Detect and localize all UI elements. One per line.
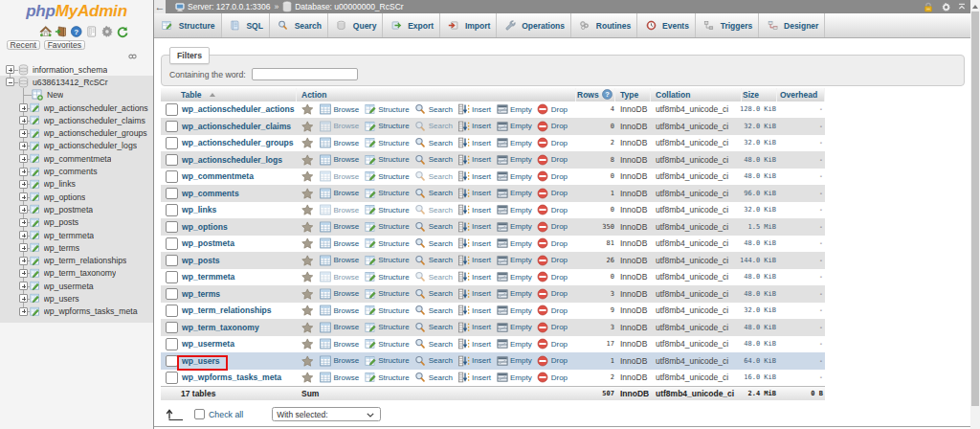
tree-label[interactable]: wp_posts <box>44 217 79 227</box>
tab-routines[interactable]: Routines <box>571 13 637 37</box>
drop-action-link[interactable]: Drop <box>537 154 568 166</box>
table-name-link[interactable]: wp_term_taxonomy <box>182 323 259 332</box>
expand-icon[interactable] <box>19 116 28 124</box>
empty-action-link[interactable]: Empty <box>497 204 532 215</box>
tree-item-wp_links[interactable]: wp_links <box>0 178 153 191</box>
tree-item-database[interactable]: u638613412_RcSCr <box>0 76 153 88</box>
structure-action-link[interactable]: Structure <box>365 221 410 233</box>
browse-action-link[interactable]: Browse <box>320 170 359 182</box>
star-icon[interactable] <box>301 170 314 182</box>
star-icon[interactable] <box>301 188 314 199</box>
star-icon[interactable] <box>301 103 314 115</box>
drop-action-link[interactable]: Drop <box>537 338 568 350</box>
search-action-link[interactable]: Search <box>414 221 453 233</box>
structure-action-link[interactable]: Structure <box>365 322 410 333</box>
table-name-link[interactable]: wp_commentmeta <box>182 171 254 181</box>
tree-label[interactable]: u638613412_RcSCr <box>33 78 108 87</box>
table-name-link[interactable]: wp_wpforms_tasks_meta <box>182 373 281 382</box>
expand-icon[interactable] <box>19 180 28 189</box>
tab-designer[interactable]: Designer <box>759 13 825 37</box>
browse-action-link[interactable]: Browse <box>320 221 359 233</box>
search-action-link[interactable]: Search <box>414 188 453 199</box>
insert-action-link[interactable]: Insert <box>458 271 492 282</box>
browse-action-link[interactable]: Browse <box>320 322 359 333</box>
empty-action-link[interactable]: Empty <box>497 255 532 266</box>
insert-action-link[interactable]: Insert <box>458 288 492 300</box>
tab-export[interactable]: Export <box>383 13 440 37</box>
tree-label[interactable]: wp_options <box>44 192 86 202</box>
drop-action-link[interactable]: Drop <box>537 137 568 148</box>
browse-action-link[interactable]: Browse <box>320 154 359 166</box>
row-checkbox[interactable] <box>166 372 178 384</box>
table-name-link[interactable]: wp_actionscheduler_claims <box>182 122 291 131</box>
tree-label[interactable]: wp_wpforms_tasks_meta <box>44 306 138 316</box>
tree-label[interactable]: wp_term_taxonomy <box>44 268 117 278</box>
row-checkbox[interactable] <box>166 338 178 350</box>
tab-sql[interactable]: SQL <box>222 13 270 37</box>
phpmyadmin-logo[interactable]: phpMyAdmin <box>0 2 153 21</box>
expand-icon[interactable] <box>19 269 28 278</box>
table-name-link[interactable]: wp_terms <box>182 289 220 299</box>
empty-action-link[interactable]: Empty <box>497 372 532 383</box>
search-action-link[interactable]: Search <box>414 355 453 367</box>
table-name-link[interactable]: wp_postmeta <box>182 238 234 248</box>
star-icon[interactable] <box>301 338 314 350</box>
drop-action-link[interactable]: Drop <box>537 170 568 182</box>
expand-icon[interactable] <box>19 294 28 303</box>
tree-label[interactable]: wp_termmeta <box>44 231 95 240</box>
tree-label[interactable]: wp_links <box>44 179 76 189</box>
empty-action-link[interactable]: Empty <box>497 355 532 367</box>
tree-label[interactable]: wp_usermeta <box>44 282 94 291</box>
tree-item-wp_wpforms_tasks_meta[interactable]: wp_wpforms_tasks_meta <box>0 305 153 318</box>
expand-icon[interactable] <box>19 205 28 214</box>
col-header-overhead[interactable]: Overhead <box>777 88 825 102</box>
browse-action-link[interactable]: Browse <box>320 237 359 249</box>
drop-action-link[interactable]: Drop <box>537 305 568 316</box>
empty-action-link[interactable]: Empty <box>497 338 532 350</box>
structure-action-link[interactable]: Structure <box>365 170 410 182</box>
check-all-label[interactable]: Check all <box>209 410 243 419</box>
settings-gear-icon[interactable] <box>941 2 951 12</box>
star-icon[interactable] <box>301 121 314 132</box>
tree-item-information-schema[interactable]: information_schema <box>0 63 153 76</box>
tree-label[interactable]: information_schema <box>33 65 107 75</box>
empty-action-link[interactable]: Empty <box>497 103 532 115</box>
drop-action-link[interactable]: Drop <box>537 237 568 249</box>
browse-action-link[interactable]: Browse <box>320 121 359 132</box>
row-checkbox[interactable] <box>166 255 178 267</box>
empty-action-link[interactable]: Empty <box>497 188 532 199</box>
logout-icon[interactable] <box>55 24 68 37</box>
tree-label[interactable]: wp_commentmeta <box>44 154 112 164</box>
star-icon[interactable] <box>301 154 314 166</box>
search-action-link[interactable]: Search <box>414 305 453 316</box>
expand-icon[interactable] <box>6 65 14 74</box>
search-action-link[interactable]: Search <box>414 103 453 115</box>
expand-icon[interactable] <box>19 154 28 163</box>
tab-import[interactable]: Import <box>440 13 497 37</box>
table-name-link[interactable]: wp_actionscheduler_actions <box>182 104 294 114</box>
insert-action-link[interactable]: Insert <box>458 121 492 132</box>
expand-icon[interactable] <box>19 103 28 112</box>
table-name-link[interactable]: wp_usermeta <box>182 339 234 349</box>
empty-action-link[interactable]: Empty <box>497 288 532 300</box>
help-icon[interactable]: ? <box>602 89 612 100</box>
tab-structure[interactable]: Structure <box>154 13 222 37</box>
empty-action-link[interactable]: Empty <box>497 170 532 182</box>
home-icon[interactable] <box>39 24 53 37</box>
empty-action-link[interactable]: Empty <box>497 271 532 282</box>
table-name-link[interactable]: wp_termmeta <box>182 272 234 282</box>
drop-action-link[interactable]: Drop <box>537 103 568 115</box>
insert-action-link[interactable]: Insert <box>458 305 492 316</box>
refresh-icon[interactable] <box>116 24 129 37</box>
tree-label[interactable]: wp_actionscheduler_claims <box>44 116 145 125</box>
tree-label[interactable]: New <box>47 90 63 100</box>
tree-item-wp_actionscheduler_claims[interactable]: wp_actionscheduler_claims <box>0 114 153 126</box>
link-panels-icon[interactable] <box>128 54 137 59</box>
browse-action-link[interactable]: Browse <box>320 288 359 300</box>
with-selected-select[interactable]: With selected: <box>272 407 381 421</box>
col-header-type[interactable]: Type <box>615 88 651 102</box>
search-action-link[interactable]: Search <box>414 338 453 350</box>
expand-icon[interactable] <box>19 168 28 176</box>
expand-icon[interactable] <box>19 282 28 290</box>
browse-action-link[interactable]: Browse <box>320 103 359 115</box>
